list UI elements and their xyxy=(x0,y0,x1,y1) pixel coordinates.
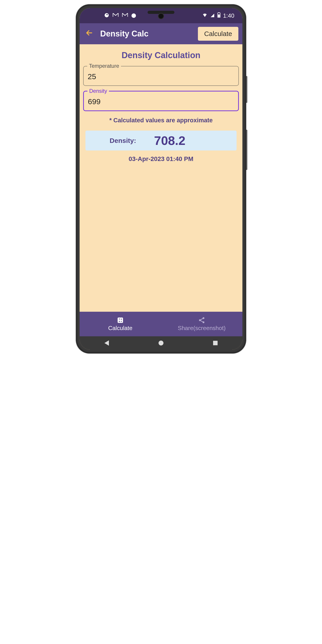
gmail-icon-2 xyxy=(122,13,128,18)
clock-icon xyxy=(104,12,109,19)
nav-calculate-label: Calculate xyxy=(108,325,132,332)
calculator-icon xyxy=(117,317,124,324)
main-content: Density Calculation Temperature Density … xyxy=(80,44,242,312)
status-time: 1:40 xyxy=(223,12,234,19)
screen: 1:40 Density Calc Calculate Density Calc… xyxy=(80,8,242,350)
bottom-nav: Calculate Share(screenshot) xyxy=(80,312,242,336)
volume-button[interactable] xyxy=(246,76,247,103)
app-bar: Density Calc Calculate xyxy=(80,23,242,44)
status-right: 1:40 xyxy=(202,12,234,19)
result-value: 708.2 xyxy=(154,133,230,148)
share-icon xyxy=(198,317,205,324)
timestamp: 03-Apr-2023 01:40 PM xyxy=(83,156,239,162)
notification-dot-icon xyxy=(132,14,136,18)
system-nav xyxy=(80,336,242,350)
svg-rect-5 xyxy=(118,318,123,323)
gmail-icon xyxy=(113,13,118,18)
sys-home-button[interactable] xyxy=(158,340,164,346)
nav-share-label: Share(screenshot) xyxy=(178,325,226,332)
result-box: Density: 708.2 xyxy=(86,130,236,150)
density-input[interactable] xyxy=(88,97,234,106)
result-label: Density: xyxy=(92,137,154,144)
page-heading: Density Calculation xyxy=(83,50,239,60)
density-label: Density xyxy=(88,88,109,94)
status-left xyxy=(104,12,136,19)
phone-frame: 1:40 Density Calc Calculate Density Calc… xyxy=(76,4,246,353)
svg-rect-3 xyxy=(218,12,220,13)
density-field[interactable]: Density xyxy=(83,91,239,111)
back-button[interactable] xyxy=(84,28,95,39)
sys-back-button[interactable] xyxy=(104,340,109,346)
phone-screen-bezel: 1:40 Density Calc Calculate Density Calc… xyxy=(80,8,242,350)
wifi-icon xyxy=(202,12,208,19)
camera-notch xyxy=(148,11,174,14)
signal-icon xyxy=(210,12,215,19)
power-button[interactable] xyxy=(246,130,247,170)
svg-point-0 xyxy=(105,13,109,17)
temperature-input[interactable] xyxy=(88,72,234,81)
svg-point-1 xyxy=(106,14,108,15)
svg-rect-4 xyxy=(218,14,220,17)
approx-note: * Calculated values are approximate xyxy=(83,117,239,124)
temperature-field[interactable]: Temperature xyxy=(83,66,239,86)
temperature-label: Temperature xyxy=(87,63,121,69)
app-title: Density Calc xyxy=(100,29,148,38)
sys-recent-button[interactable] xyxy=(213,341,218,345)
calculate-button[interactable]: Calculate xyxy=(198,27,238,41)
battery-icon xyxy=(217,12,221,19)
nav-share[interactable]: Share(screenshot) xyxy=(161,312,242,336)
nav-calculate[interactable]: Calculate xyxy=(80,312,161,336)
